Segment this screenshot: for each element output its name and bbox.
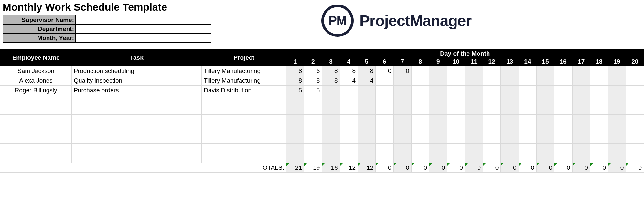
- hours-cell[interactable]: [393, 115, 411, 124]
- hours-cell[interactable]: [483, 124, 501, 134]
- hours-cell[interactable]: [429, 153, 447, 163]
- hours-cell[interactable]: [554, 86, 572, 95]
- hours-cell[interactable]: [626, 115, 644, 124]
- hours-cell[interactable]: [501, 115, 519, 124]
- hours-cell[interactable]: [483, 86, 501, 95]
- hours-cell[interactable]: [447, 124, 465, 134]
- hours-cell[interactable]: [411, 95, 429, 105]
- hours-cell[interactable]: [590, 95, 608, 105]
- hours-cell[interactable]: [358, 144, 375, 153]
- hours-cell[interactable]: [358, 115, 375, 124]
- hours-cell[interactable]: [358, 153, 375, 163]
- hours-cell[interactable]: [340, 134, 358, 144]
- hours-cell[interactable]: [465, 76, 483, 86]
- project-cell[interactable]: Davis Distribution: [202, 86, 286, 95]
- hours-cell[interactable]: [447, 134, 465, 144]
- hours-cell[interactable]: [626, 76, 644, 86]
- hours-cell[interactable]: [447, 86, 465, 95]
- hours-cell[interactable]: [429, 76, 447, 86]
- hours-cell[interactable]: 6: [304, 66, 322, 76]
- project-cell[interactable]: [202, 134, 286, 144]
- hours-cell[interactable]: [304, 153, 322, 163]
- hours-cell[interactable]: [536, 66, 554, 76]
- hours-cell[interactable]: [322, 86, 340, 95]
- hours-cell[interactable]: [447, 76, 465, 86]
- hours-cell[interactable]: 8: [322, 76, 340, 86]
- hours-cell[interactable]: [572, 115, 590, 124]
- hours-cell[interactable]: [286, 144, 304, 153]
- employee-cell[interactable]: [0, 134, 72, 144]
- hours-cell[interactable]: [554, 66, 572, 76]
- hours-cell[interactable]: [572, 124, 590, 134]
- hours-cell[interactable]: [411, 105, 429, 115]
- hours-cell[interactable]: [572, 144, 590, 153]
- hours-cell[interactable]: [554, 115, 572, 124]
- department-input[interactable]: [76, 25, 211, 34]
- hours-cell[interactable]: [626, 153, 644, 163]
- hours-cell[interactable]: [358, 105, 375, 115]
- hours-cell[interactable]: [519, 144, 536, 153]
- hours-cell[interactable]: [554, 95, 572, 105]
- hours-cell[interactable]: [626, 124, 644, 134]
- hours-cell[interactable]: [465, 105, 483, 115]
- hours-cell[interactable]: [411, 66, 429, 76]
- hours-cell[interactable]: [536, 115, 554, 124]
- hours-cell[interactable]: 5: [304, 86, 322, 95]
- hours-cell[interactable]: [608, 95, 626, 105]
- hours-cell[interactable]: [286, 115, 304, 124]
- hours-cell[interactable]: [590, 134, 608, 144]
- hours-cell[interactable]: [322, 115, 340, 124]
- hours-cell[interactable]: [358, 95, 375, 105]
- hours-cell[interactable]: [376, 115, 393, 124]
- hours-cell[interactable]: [608, 86, 626, 95]
- hours-cell[interactable]: [536, 95, 554, 105]
- hours-cell[interactable]: [572, 95, 590, 105]
- hours-cell[interactable]: [304, 105, 322, 115]
- hours-cell[interactable]: [465, 115, 483, 124]
- hours-cell[interactable]: [429, 115, 447, 124]
- hours-cell[interactable]: [304, 144, 322, 153]
- task-cell[interactable]: [72, 105, 202, 115]
- hours-cell[interactable]: [411, 134, 429, 144]
- project-cell[interactable]: [202, 95, 286, 105]
- hours-cell[interactable]: [519, 66, 536, 76]
- task-cell[interactable]: [72, 144, 202, 153]
- project-cell[interactable]: [202, 115, 286, 124]
- hours-cell[interactable]: [590, 115, 608, 124]
- hours-cell[interactable]: [519, 95, 536, 105]
- hours-cell[interactable]: [483, 153, 501, 163]
- hours-cell[interactable]: [411, 115, 429, 124]
- hours-cell[interactable]: [590, 66, 608, 76]
- hours-cell[interactable]: [411, 153, 429, 163]
- hours-cell[interactable]: [554, 144, 572, 153]
- hours-cell[interactable]: [572, 86, 590, 95]
- hours-cell[interactable]: [340, 95, 358, 105]
- hours-cell[interactable]: [411, 124, 429, 134]
- project-cell[interactable]: [202, 153, 286, 163]
- hours-cell[interactable]: [393, 95, 411, 105]
- hours-cell[interactable]: [608, 76, 626, 86]
- hours-cell[interactable]: [376, 134, 393, 144]
- hours-cell[interactable]: [429, 144, 447, 153]
- hours-cell[interactable]: [626, 105, 644, 115]
- hours-cell[interactable]: [286, 134, 304, 144]
- hours-cell[interactable]: [376, 153, 393, 163]
- hours-cell[interactable]: [483, 144, 501, 153]
- hours-cell[interactable]: [483, 66, 501, 76]
- hours-cell[interactable]: [358, 124, 375, 134]
- hours-cell[interactable]: [536, 124, 554, 134]
- hours-cell[interactable]: 8: [340, 66, 358, 76]
- hours-cell[interactable]: [572, 134, 590, 144]
- hours-cell[interactable]: [411, 144, 429, 153]
- hours-cell[interactable]: [376, 76, 393, 86]
- hours-cell[interactable]: [483, 105, 501, 115]
- task-cell[interactable]: [72, 134, 202, 144]
- hours-cell[interactable]: 4: [358, 76, 375, 86]
- hours-cell[interactable]: [536, 134, 554, 144]
- hours-cell[interactable]: [465, 124, 483, 134]
- hours-cell[interactable]: 0: [376, 66, 393, 76]
- employee-cell[interactable]: [0, 153, 72, 163]
- employee-cell[interactable]: [0, 115, 72, 124]
- hours-cell[interactable]: [340, 86, 358, 95]
- hours-cell[interactable]: [590, 76, 608, 86]
